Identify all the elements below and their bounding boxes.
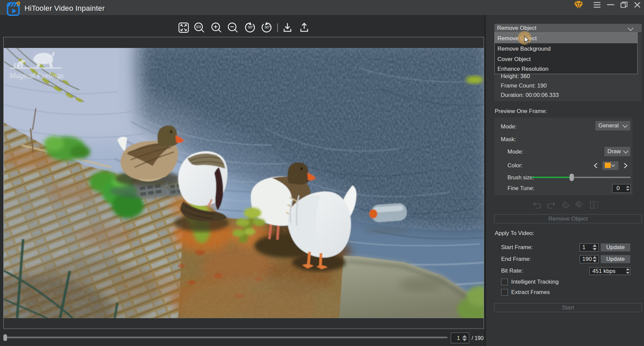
svg-text:Magical Feelings: Magical Feelings	[9, 71, 64, 80]
svg-text:90°: 90°	[265, 25, 270, 29]
svg-text:90°: 90°	[248, 25, 254, 29]
